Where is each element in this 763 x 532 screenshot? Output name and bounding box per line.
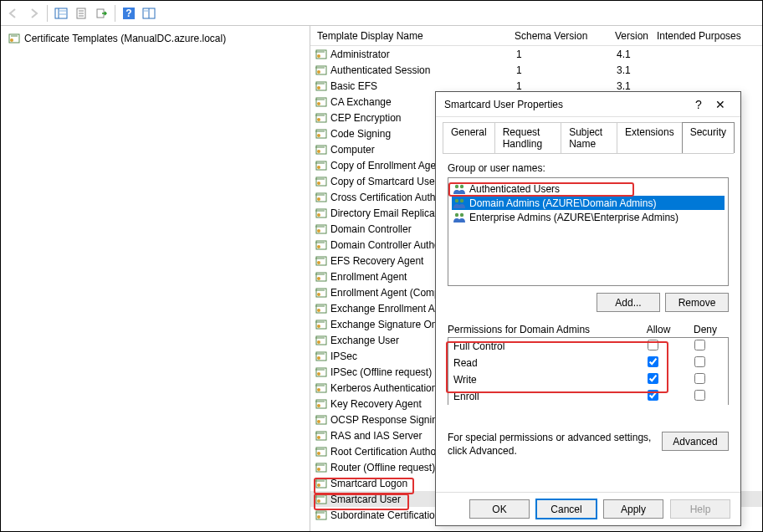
- allow-header: Allow: [635, 324, 682, 335]
- svg-rect-3: [59, 13, 66, 15]
- tab-general[interactable]: General: [443, 122, 495, 153]
- deny-checkbox[interactable]: [694, 356, 705, 367]
- svg-point-78: [317, 372, 320, 376]
- help-button[interactable]: Help: [670, 499, 730, 519]
- template-schema: 1: [516, 80, 617, 92]
- svg-point-18: [317, 54, 320, 58]
- svg-point-109: [455, 198, 458, 202]
- deny-checkbox[interactable]: [694, 340, 705, 350]
- forward-button[interactable]: [24, 4, 43, 23]
- group-item[interactable]: Enterprise Admins (AZURE\Enterprise Admi…: [452, 210, 725, 224]
- tabstrip: GeneralRequest HandlingSubject NameExten…: [436, 117, 740, 153]
- ok-button[interactable]: OK: [469, 499, 530, 519]
- svg-point-15: [10, 38, 13, 42]
- svg-point-48: [317, 213, 320, 217]
- col-name[interactable]: Template Display Name: [314, 30, 515, 42]
- add-button[interactable]: Add...: [597, 293, 660, 312]
- template-version: 3.1: [617, 64, 658, 76]
- group-label: Domain Admins (AZURE\Domain Admins): [469, 197, 656, 209]
- permissions-list: Full ControlReadWriteEnroll: [448, 337, 729, 405]
- special-permissions-text: For special permissions or advanced sett…: [448, 432, 653, 458]
- svg-point-99: [317, 483, 320, 487]
- list-item[interactable]: Authenticated Session13.1: [310, 62, 762, 78]
- template-schema: 1: [516, 64, 617, 76]
- svg-point-21: [317, 70, 320, 74]
- list-item[interactable]: Administrator14.1: [310, 46, 762, 62]
- template-name: Administrator: [330, 49, 516, 60]
- permission-name: Full Control: [453, 340, 629, 352]
- tree-root-label: Certificate Templates (ManualDC.azure.lo…: [24, 33, 226, 44]
- deny-header: Deny: [682, 324, 729, 335]
- group-names-list[interactable]: Authenticated UsersDomain Admins (AZURE\…: [448, 177, 729, 286]
- help-icon[interactable]: ?: [120, 4, 138, 23]
- tree-pane: Certificate Templates (ManualDC.azure.lo…: [1, 26, 310, 531]
- view-panes-icon[interactable]: [140, 4, 158, 23]
- export-icon[interactable]: [92, 4, 110, 23]
- svg-text:?: ?: [125, 8, 131, 19]
- svg-point-87: [317, 420, 320, 423]
- svg-point-102: [317, 499, 320, 503]
- col-intended[interactable]: Intended Purposes: [657, 30, 762, 42]
- view-split-icon[interactable]: [52, 4, 70, 23]
- svg-point-45: [317, 197, 320, 201]
- list-header: Template Display Name Schema Version Ver…: [310, 26, 762, 46]
- dialog-footer: OK Cancel Apply Help: [436, 492, 740, 525]
- permissions-label: Permissions for Domain Admins: [448, 324, 635, 335]
- svg-point-54: [317, 245, 320, 248]
- svg-point-90: [317, 436, 320, 439]
- svg-rect-13: [144, 10, 148, 12]
- tab-subject-name[interactable]: Subject Name: [561, 122, 617, 153]
- deny-checkbox[interactable]: [694, 373, 705, 384]
- svg-point-110: [460, 198, 463, 202]
- permission-row: Full Control: [448, 338, 728, 355]
- template-schema: 1: [516, 49, 617, 60]
- tab-security[interactable]: Security: [682, 122, 735, 153]
- svg-point-30: [317, 118, 320, 121]
- permission-row: Write: [448, 371, 728, 388]
- svg-point-69: [317, 325, 320, 328]
- svg-point-105: [317, 515, 320, 519]
- allow-checkbox[interactable]: [648, 390, 658, 401]
- svg-rect-2: [59, 10, 66, 12]
- apply-button[interactable]: Apply: [603, 499, 663, 519]
- svg-point-39: [317, 166, 320, 169]
- col-schema[interactable]: Schema Version: [515, 30, 615, 42]
- col-version[interactable]: Version: [615, 30, 657, 42]
- certificate-template-icon: [8, 33, 20, 44]
- template-name: Basic EFS: [330, 80, 516, 92]
- svg-point-84: [317, 404, 320, 407]
- cancel-button[interactable]: Cancel: [536, 499, 597, 519]
- svg-point-60: [317, 277, 320, 280]
- remove-button[interactable]: Remove: [665, 293, 729, 312]
- svg-point-27: [317, 102, 320, 105]
- permission-name: Read: [453, 357, 629, 369]
- tab-request-handling[interactable]: Request Handling: [494, 122, 561, 153]
- deny-checkbox[interactable]: [694, 390, 705, 401]
- svg-point-96: [317, 468, 320, 471]
- group-item[interactable]: Domain Admins (AZURE\Domain Admins): [452, 196, 725, 210]
- permission-name: Enroll: [453, 391, 629, 402]
- back-button[interactable]: [4, 4, 23, 23]
- dialog-help-button[interactable]: ?: [689, 98, 709, 111]
- tab-extensions[interactable]: Extensions: [617, 122, 683, 153]
- advanced-button[interactable]: Advanced: [662, 432, 729, 451]
- permission-row: Read: [448, 355, 728, 371]
- svg-point-108: [460, 184, 463, 187]
- svg-point-57: [317, 261, 320, 264]
- view-doc-icon[interactable]: [72, 4, 90, 23]
- tree-root[interactable]: Certificate Templates (ManualDC.azure.lo…: [6, 31, 305, 46]
- allow-checkbox[interactable]: [648, 356, 658, 367]
- svg-point-63: [317, 293, 320, 296]
- svg-point-81: [317, 388, 320, 391]
- group-label: Enterprise Admins (AZURE\Enterprise Admi…: [469, 212, 679, 223]
- template-version: 4.1: [617, 49, 658, 60]
- svg-point-36: [317, 150, 320, 153]
- close-icon[interactable]: ✕: [709, 98, 732, 111]
- toolbar: ?: [1, 1, 762, 26]
- svg-point-93: [317, 452, 320, 455]
- allow-checkbox[interactable]: [648, 340, 658, 350]
- svg-point-33: [317, 134, 320, 137]
- allow-checkbox[interactable]: [648, 373, 658, 384]
- dialog-titlebar: Smartcard User Properties ? ✕: [436, 92, 740, 117]
- group-item[interactable]: Authenticated Users: [452, 182, 725, 196]
